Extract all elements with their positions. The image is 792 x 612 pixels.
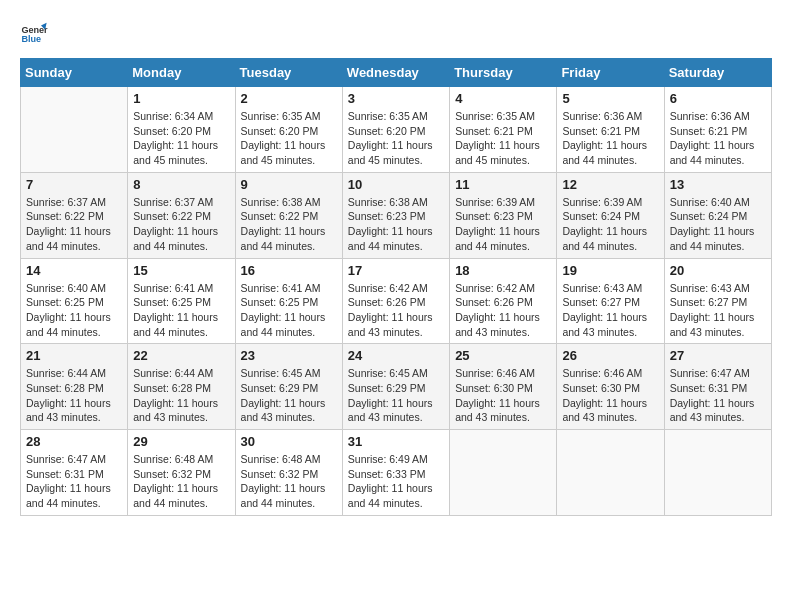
day-number: 15 (133, 263, 229, 278)
calendar-cell: 18Sunrise: 6:42 AMSunset: 6:26 PMDayligh… (450, 258, 557, 344)
day-number: 9 (241, 177, 337, 192)
day-number: 8 (133, 177, 229, 192)
column-header-friday: Friday (557, 59, 664, 87)
day-number: 3 (348, 91, 444, 106)
day-number: 14 (26, 263, 122, 278)
day-info: Sunrise: 6:40 AMSunset: 6:24 PMDaylight:… (670, 195, 766, 254)
day-info: Sunrise: 6:42 AMSunset: 6:26 PMDaylight:… (455, 281, 551, 340)
day-info: Sunrise: 6:38 AMSunset: 6:23 PMDaylight:… (348, 195, 444, 254)
logo: General Blue (20, 20, 52, 48)
day-info: Sunrise: 6:43 AMSunset: 6:27 PMDaylight:… (562, 281, 658, 340)
day-info: Sunrise: 6:38 AMSunset: 6:22 PMDaylight:… (241, 195, 337, 254)
calendar-cell: 6Sunrise: 6:36 AMSunset: 6:21 PMDaylight… (664, 87, 771, 173)
calendar-cell: 20Sunrise: 6:43 AMSunset: 6:27 PMDayligh… (664, 258, 771, 344)
calendar-cell: 13Sunrise: 6:40 AMSunset: 6:24 PMDayligh… (664, 172, 771, 258)
day-number: 1 (133, 91, 229, 106)
day-number: 13 (670, 177, 766, 192)
column-header-saturday: Saturday (664, 59, 771, 87)
column-header-sunday: Sunday (21, 59, 128, 87)
column-header-monday: Monday (128, 59, 235, 87)
day-info: Sunrise: 6:43 AMSunset: 6:27 PMDaylight:… (670, 281, 766, 340)
calendar-cell: 14Sunrise: 6:40 AMSunset: 6:25 PMDayligh… (21, 258, 128, 344)
calendar-cell: 29Sunrise: 6:48 AMSunset: 6:32 PMDayligh… (128, 430, 235, 516)
day-number: 22 (133, 348, 229, 363)
day-number: 24 (348, 348, 444, 363)
day-info: Sunrise: 6:39 AMSunset: 6:24 PMDaylight:… (562, 195, 658, 254)
calendar-cell (21, 87, 128, 173)
calendar-cell (557, 430, 664, 516)
day-number: 12 (562, 177, 658, 192)
calendar-cell: 25Sunrise: 6:46 AMSunset: 6:30 PMDayligh… (450, 344, 557, 430)
day-info: Sunrise: 6:41 AMSunset: 6:25 PMDaylight:… (133, 281, 229, 340)
day-info: Sunrise: 6:47 AMSunset: 6:31 PMDaylight:… (26, 452, 122, 511)
day-number: 21 (26, 348, 122, 363)
day-number: 17 (348, 263, 444, 278)
calendar-cell: 3Sunrise: 6:35 AMSunset: 6:20 PMDaylight… (342, 87, 449, 173)
day-number: 18 (455, 263, 551, 278)
calendar-cell: 9Sunrise: 6:38 AMSunset: 6:22 PMDaylight… (235, 172, 342, 258)
calendar-week-row: 28Sunrise: 6:47 AMSunset: 6:31 PMDayligh… (21, 430, 772, 516)
column-header-wednesday: Wednesday (342, 59, 449, 87)
calendar-cell: 30Sunrise: 6:48 AMSunset: 6:32 PMDayligh… (235, 430, 342, 516)
calendar-cell: 26Sunrise: 6:46 AMSunset: 6:30 PMDayligh… (557, 344, 664, 430)
day-info: Sunrise: 6:37 AMSunset: 6:22 PMDaylight:… (26, 195, 122, 254)
day-number: 11 (455, 177, 551, 192)
calendar-cell: 15Sunrise: 6:41 AMSunset: 6:25 PMDayligh… (128, 258, 235, 344)
day-number: 7 (26, 177, 122, 192)
day-number: 20 (670, 263, 766, 278)
column-header-thursday: Thursday (450, 59, 557, 87)
day-info: Sunrise: 6:39 AMSunset: 6:23 PMDaylight:… (455, 195, 551, 254)
calendar-cell: 8Sunrise: 6:37 AMSunset: 6:22 PMDaylight… (128, 172, 235, 258)
logo-icon: General Blue (20, 20, 48, 48)
calendar-cell: 5Sunrise: 6:36 AMSunset: 6:21 PMDaylight… (557, 87, 664, 173)
calendar-cell: 10Sunrise: 6:38 AMSunset: 6:23 PMDayligh… (342, 172, 449, 258)
day-info: Sunrise: 6:44 AMSunset: 6:28 PMDaylight:… (26, 366, 122, 425)
day-number: 29 (133, 434, 229, 449)
calendar-cell: 12Sunrise: 6:39 AMSunset: 6:24 PMDayligh… (557, 172, 664, 258)
day-number: 27 (670, 348, 766, 363)
column-headers-row: SundayMondayTuesdayWednesdayThursdayFrid… (21, 59, 772, 87)
calendar-cell: 24Sunrise: 6:45 AMSunset: 6:29 PMDayligh… (342, 344, 449, 430)
calendar-body: 1Sunrise: 6:34 AMSunset: 6:20 PMDaylight… (21, 87, 772, 516)
calendar-cell: 27Sunrise: 6:47 AMSunset: 6:31 PMDayligh… (664, 344, 771, 430)
calendar-cell (450, 430, 557, 516)
day-number: 19 (562, 263, 658, 278)
calendar-cell: 2Sunrise: 6:35 AMSunset: 6:20 PMDaylight… (235, 87, 342, 173)
calendar-cell: 4Sunrise: 6:35 AMSunset: 6:21 PMDaylight… (450, 87, 557, 173)
day-info: Sunrise: 6:35 AMSunset: 6:20 PMDaylight:… (241, 109, 337, 168)
calendar-cell: 11Sunrise: 6:39 AMSunset: 6:23 PMDayligh… (450, 172, 557, 258)
calendar-cell: 22Sunrise: 6:44 AMSunset: 6:28 PMDayligh… (128, 344, 235, 430)
calendar-week-row: 14Sunrise: 6:40 AMSunset: 6:25 PMDayligh… (21, 258, 772, 344)
day-info: Sunrise: 6:48 AMSunset: 6:32 PMDaylight:… (241, 452, 337, 511)
day-info: Sunrise: 6:49 AMSunset: 6:33 PMDaylight:… (348, 452, 444, 511)
calendar-cell: 1Sunrise: 6:34 AMSunset: 6:20 PMDaylight… (128, 87, 235, 173)
column-header-tuesday: Tuesday (235, 59, 342, 87)
calendar-week-row: 1Sunrise: 6:34 AMSunset: 6:20 PMDaylight… (21, 87, 772, 173)
day-number: 26 (562, 348, 658, 363)
calendar-cell: 17Sunrise: 6:42 AMSunset: 6:26 PMDayligh… (342, 258, 449, 344)
calendar-week-row: 7Sunrise: 6:37 AMSunset: 6:22 PMDaylight… (21, 172, 772, 258)
day-number: 25 (455, 348, 551, 363)
day-number: 30 (241, 434, 337, 449)
calendar-cell: 7Sunrise: 6:37 AMSunset: 6:22 PMDaylight… (21, 172, 128, 258)
calendar-cell: 23Sunrise: 6:45 AMSunset: 6:29 PMDayligh… (235, 344, 342, 430)
day-number: 4 (455, 91, 551, 106)
day-number: 6 (670, 91, 766, 106)
day-info: Sunrise: 6:45 AMSunset: 6:29 PMDaylight:… (348, 366, 444, 425)
day-info: Sunrise: 6:42 AMSunset: 6:26 PMDaylight:… (348, 281, 444, 340)
day-number: 5 (562, 91, 658, 106)
calendar-cell: 28Sunrise: 6:47 AMSunset: 6:31 PMDayligh… (21, 430, 128, 516)
day-info: Sunrise: 6:48 AMSunset: 6:32 PMDaylight:… (133, 452, 229, 511)
calendar-cell: 31Sunrise: 6:49 AMSunset: 6:33 PMDayligh… (342, 430, 449, 516)
day-number: 28 (26, 434, 122, 449)
day-info: Sunrise: 6:46 AMSunset: 6:30 PMDaylight:… (455, 366, 551, 425)
day-number: 2 (241, 91, 337, 106)
svg-text:Blue: Blue (21, 34, 41, 44)
day-info: Sunrise: 6:44 AMSunset: 6:28 PMDaylight:… (133, 366, 229, 425)
calendar-cell: 16Sunrise: 6:41 AMSunset: 6:25 PMDayligh… (235, 258, 342, 344)
day-info: Sunrise: 6:47 AMSunset: 6:31 PMDaylight:… (670, 366, 766, 425)
day-info: Sunrise: 6:35 AMSunset: 6:21 PMDaylight:… (455, 109, 551, 168)
day-info: Sunrise: 6:35 AMSunset: 6:20 PMDaylight:… (348, 109, 444, 168)
calendar-cell (664, 430, 771, 516)
calendar-cell: 19Sunrise: 6:43 AMSunset: 6:27 PMDayligh… (557, 258, 664, 344)
